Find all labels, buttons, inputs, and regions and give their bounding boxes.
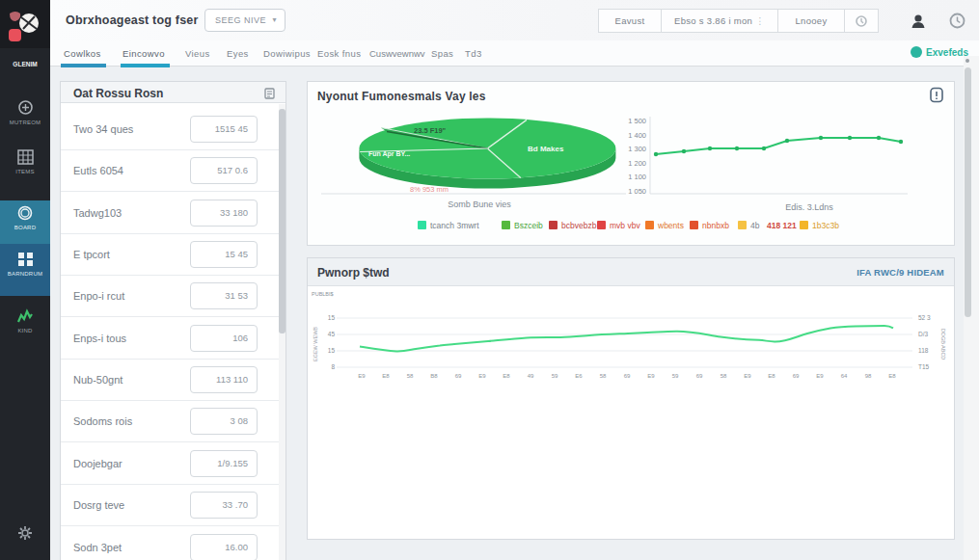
svg-text:45: 45: [328, 331, 336, 337]
svg-text:58: 58: [721, 373, 727, 379]
svg-text:1 050: 1 050: [628, 187, 646, 196]
svg-text:118: 118: [918, 347, 929, 354]
svg-text:E9: E9: [358, 373, 366, 379]
svg-text:Somb Bune vies: Somb Bune vies: [448, 200, 511, 209]
svg-text:Bd Makes: Bd Makes: [528, 145, 564, 153]
svg-text:59: 59: [672, 373, 679, 379]
svg-text:15: 15: [328, 314, 336, 321]
svg-text:T15: T15: [918, 363, 930, 370]
svg-text:52 3: 52 3: [918, 314, 931, 321]
svg-text:E8: E8: [382, 373, 390, 379]
svg-text:E9: E9: [647, 373, 655, 379]
svg-text:69: 69: [455, 373, 462, 379]
svg-text:EGEW WEWB: EGEW WEWB: [313, 327, 318, 361]
svg-text:E9: E9: [744, 373, 751, 379]
svg-text:1 100: 1 100: [628, 173, 646, 181]
svg-text:E8: E8: [503, 373, 510, 379]
svg-text:E8: E8: [768, 373, 775, 379]
svg-text:15: 15: [328, 347, 336, 354]
svg-text:1 500: 1 500: [628, 117, 646, 125]
svg-text:1 300: 1 300: [628, 145, 646, 153]
svg-text:59: 59: [552, 373, 558, 379]
svg-text:64: 64: [841, 373, 848, 379]
svg-text:DOGB ABCD: DOGB ABCD: [940, 329, 946, 360]
svg-text:PUBLBI$: PUBLBI$: [312, 291, 334, 297]
svg-text:8: 8: [331, 363, 335, 370]
svg-text:69: 69: [624, 373, 631, 379]
svg-text:E9: E9: [816, 373, 824, 379]
svg-text:B8: B8: [430, 373, 438, 379]
svg-text:98: 98: [865, 373, 872, 379]
svg-text:69: 69: [696, 373, 703, 379]
svg-text:E9: E9: [478, 373, 486, 379]
svg-text:58: 58: [600, 373, 607, 379]
svg-text:1 400: 1 400: [628, 131, 646, 140]
svg-text:D/3: D/3: [918, 331, 929, 337]
svg-text:Fun Apr BY...: Fun Apr BY...: [368, 150, 410, 158]
svg-text:8% 953 mm: 8% 953 mm: [410, 185, 449, 194]
svg-text:49: 49: [528, 373, 534, 379]
svg-text:Edis. 3.Ldns: Edis. 3.Ldns: [785, 202, 833, 212]
svg-text:69: 69: [793, 373, 800, 379]
svg-text:58: 58: [407, 373, 414, 379]
svg-text:E8: E8: [888, 373, 896, 379]
svg-text:1 200: 1 200: [628, 159, 646, 168]
svg-text:E6: E6: [575, 373, 583, 379]
svg-text:23.5 F19": 23.5 F19": [414, 126, 447, 135]
